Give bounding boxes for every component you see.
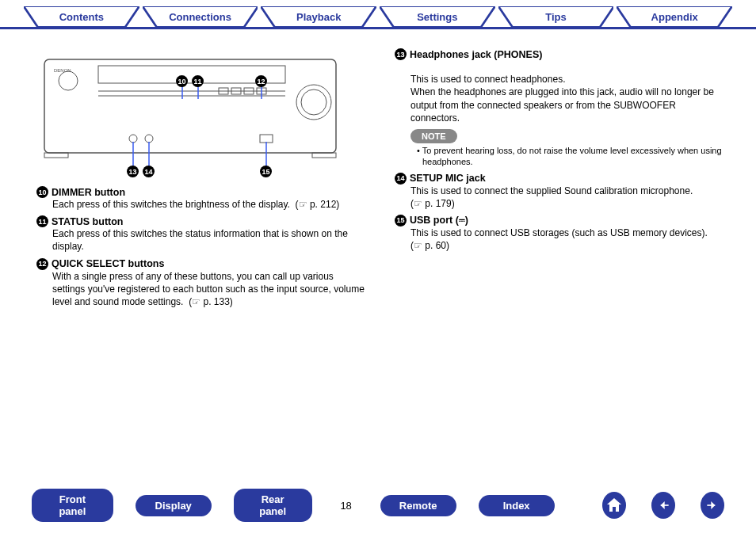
remote-button[interactable]: Remote [380,495,456,516]
item-body-text: This is used to connect headphones. When… [410,74,714,124]
item-quick-select: 12 QUICK SELECT buttons With a single pr… [36,258,366,309]
next-page-button[interactable] [701,492,724,519]
page-number: 18 [334,500,358,512]
home-icon [605,496,624,515]
svg-point-4 [296,85,331,120]
front-panel-button[interactable]: Front panel [32,489,113,522]
device-brand-text: DENON [54,68,71,73]
rear-panel-button[interactable]: Rear panel [234,489,312,522]
home-button[interactable] [602,492,626,519]
item-title-text: USB port (⎓) [410,215,468,226]
item-setup-mic: 14 SETUP MIC jack This is used to connec… [395,173,724,210]
left-column: DENON 10 11 12 13 14 15 10 DIMMER button… [32,44,366,313]
svg-rect-15 [260,135,273,143]
callout-12: 12 [255,75,267,87]
bottom-nav: Front panel Display Rear panel 18 Remote… [0,489,756,522]
page-ref[interactable]: (☞ p. 133) [189,296,233,307]
tab-playback[interactable]: Playback [261,6,376,27]
svg-rect-1 [44,153,68,158]
item-title-text: SETUP MIC jack [410,173,486,184]
bullet-14-icon: 14 [395,173,407,185]
callout-14: 14 [143,166,155,177]
callout-11: 11 [192,75,204,87]
tab-label: Contents [59,11,104,23]
prev-page-button[interactable] [651,492,675,519]
item-title-text: QUICK SELECT buttons [52,258,164,269]
callout-15: 15 [260,166,272,177]
item-status: 11 STATUS button Each press of this swit… [36,215,366,253]
display-button[interactable]: Display [136,495,212,516]
index-button[interactable]: Index [479,495,555,516]
item-title-text: DIMMER button [52,187,125,198]
note-label: NOTE [410,129,457,143]
page-ref[interactable]: (☞ p. 212) [296,199,340,210]
bullet-10-icon: 10 [36,186,48,198]
tab-contents[interactable]: Contents [24,6,139,27]
arrow-right-icon [704,497,720,513]
device-diagram: DENON 10 11 12 13 14 15 [40,53,341,180]
item-body-text: Each press of this switches the status i… [52,228,348,252]
svg-point-3 [59,71,78,90]
bullet-13-icon: 13 [395,48,407,60]
tab-settings[interactable]: Settings [380,6,495,27]
callout-10: 10 [176,75,188,87]
bullet-12-icon: 12 [36,258,48,270]
arrow-left-icon [655,497,671,513]
page-ref[interactable]: (☞ p. 179) [410,198,455,209]
tab-label: Playback [296,11,341,23]
page-body: DENON 10 11 12 13 14 15 10 DIMMER button… [0,29,756,313]
tab-label: Settings [417,11,457,23]
item-body-text: Each press of this switches the brightne… [52,199,290,210]
svg-point-5 [301,89,326,115]
tab-tips[interactable]: Tips [498,6,614,27]
svg-point-14 [145,135,153,143]
note-body: To prevent hearing loss, do not raise th… [417,145,724,168]
bullet-15-icon: 15 [395,215,407,227]
right-column: 13 Headphones jack (PHONES) This is used… [390,44,724,313]
tab-appendix[interactable]: Appendix [617,6,732,27]
item-usb-port: 15 USB port (⎓) This is used to connect … [395,215,724,252]
item-title-text: Headphones jack (PHONES) [410,49,542,60]
page-ref[interactable]: (☞ p. 60) [410,240,449,251]
tab-label: Appendix [651,11,698,23]
item-body-text: This is used to connect USB storages (su… [410,227,708,238]
item-headphones: 13 Headphones jack (PHONES) This is used… [395,48,724,168]
tab-connections[interactable]: Connections [143,6,258,27]
top-tab-bar: Contents Connections Playback Settings T… [0,0,756,29]
bullet-11-icon: 11 [36,215,48,227]
item-body-text: This is used to connect the supplied Sou… [410,185,693,196]
svg-rect-0 [44,59,336,153]
tab-label: Connections [169,11,231,23]
svg-rect-2 [312,153,336,158]
item-title-text: STATUS button [52,216,124,227]
callout-13: 13 [127,166,139,177]
tab-label: Tips [545,11,567,23]
item-dimmer: 10 DIMMER button Each press of this swit… [36,186,366,211]
svg-point-13 [129,135,137,143]
